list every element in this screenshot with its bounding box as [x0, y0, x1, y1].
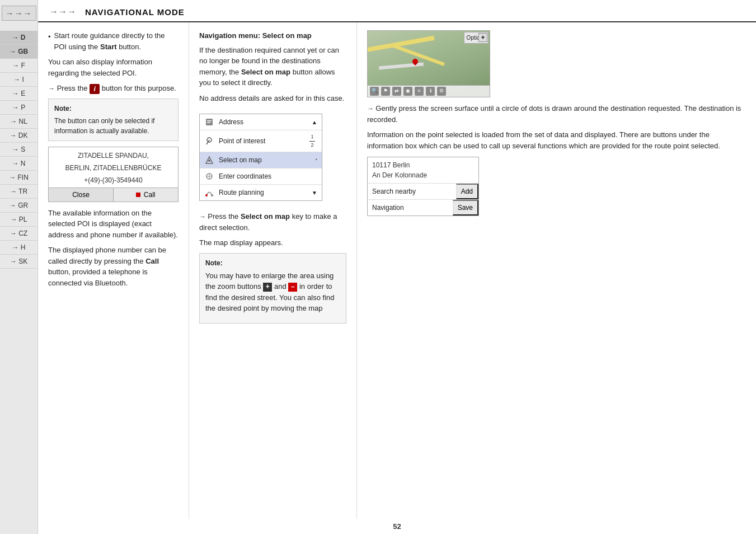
- scroll-up-arrow: ▲: [312, 118, 317, 127]
- note-title-1: Note:: [54, 104, 172, 114]
- map-zoom-in-button[interactable]: +: [478, 33, 487, 42]
- route-info-buttons: Search nearby Add Navigation Save: [368, 183, 478, 216]
- sidebar-item-fin[interactable]: → FIN: [0, 171, 37, 185]
- address-icon: [204, 117, 214, 127]
- bullet-dot: •: [48, 31, 51, 52]
- nav-menu-row-route: Route planning ▼: [200, 185, 322, 200]
- call-bold: Call: [145, 257, 159, 265]
- sidebar-item-d[interactable]: → D: [0, 31, 37, 45]
- sidebar-item-tr[interactable]: → TR: [0, 185, 37, 199]
- sidebar-item-h[interactable]: → H: [0, 241, 37, 255]
- map-icon-search[interactable]: 🔍: [370, 87, 379, 96]
- route-info-address: 10117 Berlin An Der Kolonnade: [368, 157, 478, 183]
- map-icon-route[interactable]: ⇄: [392, 87, 401, 96]
- sidebar-item-sk[interactable]: → SK: [0, 255, 37, 269]
- page-header: →→→ NAVIGATIONAL MODE: [38, 0, 756, 22]
- note-box-2: Note: You may have to enlarge the area u…: [199, 253, 346, 324]
- sidebar-item-e[interactable]: → E: [0, 87, 37, 101]
- poi-call-button[interactable]: Call: [113, 188, 178, 202]
- press-the-text: Press the: [57, 84, 88, 92]
- nav-menu-row-coordinates: Enter coordinates: [200, 168, 322, 185]
- page-wrapper: →→→ → D → GB → F → I → E → P → NL → DK →…: [0, 0, 756, 534]
- sidebar-item-nl[interactable]: → NL: [0, 115, 37, 129]
- para-available-info: The available information on the selecte…: [48, 208, 179, 241]
- select-map-icon: [204, 155, 214, 165]
- bullet-start-guidance: • Start route guidance directly to the P…: [48, 30, 179, 52]
- nav-menu-row-select-map[interactable]: Select on map •: [200, 152, 322, 168]
- map-icon-gps[interactable]: ◉: [403, 87, 412, 96]
- svg-rect-2: [207, 122, 210, 123]
- right-column: Options + 🔍 ⚑ ⇄ ◉ ≡ ℹ ⚙ →: [357, 22, 756, 519]
- map-icon-poi[interactable]: ⚑: [381, 87, 390, 96]
- sidebar-item-gb[interactable]: → GB: [0, 45, 37, 59]
- route-icon: [204, 188, 214, 198]
- arrow-gently-icon: →: [367, 105, 375, 113]
- poi-label: Point of interest: [219, 136, 303, 146]
- sidebar: →→→ → D → GB → F → I → E → P → NL → DK →…: [0, 0, 38, 534]
- sidebar-item-dk[interactable]: → DK: [0, 129, 37, 143]
- svg-rect-1: [207, 120, 212, 121]
- section-title-select-on-map: Navigation menu: Select on map: [199, 30, 346, 41]
- poi-display-box: ZITADELLE SPANDAU, BERLIN, ZITADELLENBRÜ…: [48, 147, 179, 202]
- arrow-select-on-map: → Press the Select on map key to make a …: [199, 211, 346, 233]
- start-bold: Start: [100, 43, 117, 51]
- i-button[interactable]: i: [90, 84, 100, 94]
- map-display-text: The map display appears.: [199, 237, 346, 249]
- add-button[interactable]: Add: [456, 184, 478, 199]
- save-button[interactable]: Save: [453, 200, 478, 216]
- nav-menu-screenshot: Address ▲ Point of interest 1 2: [199, 108, 346, 207]
- para-destination-info: If the destination required cannot yet o…: [199, 45, 346, 88]
- select-on-map-key-bold: Select on map: [241, 212, 290, 221]
- button-suffix: button for this purpose.: [102, 84, 176, 92]
- arrow-select-prefix-icon: →: [199, 213, 208, 221]
- coordinates-label: Enter coordinates: [219, 171, 317, 181]
- coordinates-icon: [204, 171, 214, 181]
- middle-column: Navigation menu: Select on map If the de…: [189, 22, 357, 519]
- sidebar-item-gr[interactable]: → GR: [0, 199, 37, 213]
- sidebar-item-f[interactable]: → F: [0, 59, 37, 73]
- address-label: Address: [219, 117, 307, 127]
- nav-menu-list: Address ▲ Point of interest 1 2: [199, 114, 322, 201]
- note-text-1: The button can only be selected if infor…: [54, 116, 172, 136]
- poi-close-button[interactable]: Close: [49, 188, 113, 202]
- header-arrows-icon: →→→: [49, 7, 76, 17]
- scroll-down-arrow: ▼: [312, 189, 317, 197]
- note-title-2: Note:: [205, 258, 340, 268]
- sidebar-item-p[interactable]: → P: [0, 101, 37, 115]
- main-content: →→→ NAVIGATIONAL MODE • Start route guid…: [38, 0, 756, 534]
- route-info-box: 10117 Berlin An Der Kolonnade Search nea…: [367, 157, 479, 216]
- map-icon-info[interactable]: ℹ: [426, 87, 435, 96]
- bullet-text: Start route guidance directly to the POI…: [54, 30, 179, 52]
- sidebar-item-n[interactable]: → N: [0, 157, 37, 171]
- zoom-minus-button[interactable]: –: [288, 283, 297, 292]
- content-area: • Start route guidance directly to the P…: [38, 22, 756, 519]
- map-icon-menu[interactable]: ≡: [415, 87, 424, 96]
- fraction-2: 2: [311, 142, 313, 149]
- select-on-map-bold: Select on map: [241, 68, 290, 76]
- note2-para: You may have to enlarge the area using t…: [205, 270, 340, 314]
- sidebar-item-s[interactable]: → S: [0, 143, 37, 157]
- navigation-row: Navigation Save: [368, 199, 478, 216]
- press-i-button-line: → Press the i button for this purpose.: [48, 83, 179, 94]
- gently-press-text: → Gently press the screen surface until …: [367, 103, 746, 125]
- map-icon-settings[interactable]: ⚙: [437, 87, 446, 96]
- sidebar-item-i[interactable]: → I: [0, 73, 37, 87]
- select-map-label: Select on map: [219, 155, 311, 165]
- svg-point-6: [208, 160, 210, 162]
- sidebar-item-pl[interactable]: → PL: [0, 213, 37, 227]
- route-city: 10117 Berlin: [372, 160, 474, 170]
- sidebar-arrows: →→→: [2, 6, 36, 21]
- note-box-1: Note: The button can only be selected if…: [48, 99, 179, 141]
- info-loaded-text: Information on the point selected is loa…: [367, 129, 746, 151]
- nav-menu-row-poi: Point of interest 1 2: [200, 130, 322, 152]
- map-screenshot: Options + 🔍 ⚑ ⇄ ◉ ≡ ℹ ⚙: [367, 30, 490, 97]
- sidebar-item-cz[interactable]: → CZ: [0, 227, 37, 241]
- poi-name: ZITADELLE SPANDAU,: [49, 147, 178, 162]
- zoom-plus-button[interactable]: +: [263, 283, 272, 292]
- select-map-dot: •: [316, 156, 317, 164]
- page-title: NAVIGATIONAL MODE: [85, 7, 185, 17]
- poi-phone: +(49)-(30)-3549440: [49, 174, 178, 188]
- page-number: 52: [38, 519, 756, 534]
- map-icons-bar: 🔍 ⚑ ⇄ ◉ ≡ ℹ ⚙: [368, 85, 490, 97]
- poi-city: BERLIN, ZITADELLENBRÜCKE: [49, 162, 178, 174]
